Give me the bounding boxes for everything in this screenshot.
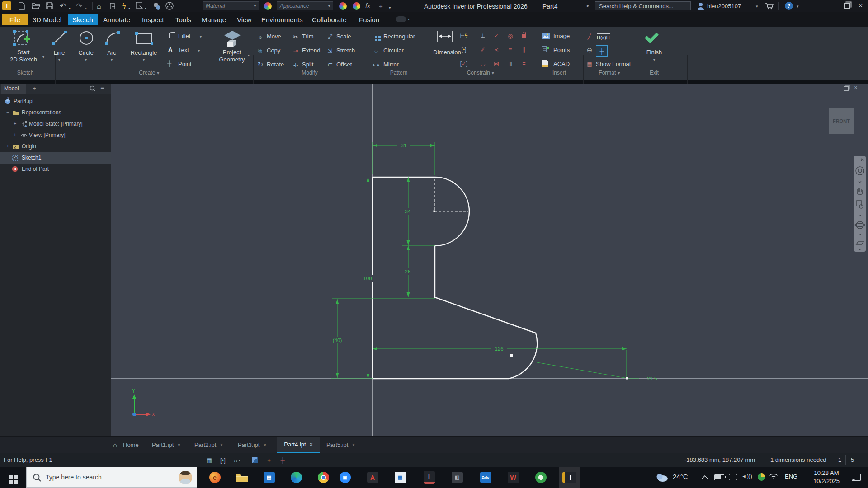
- weather-icon[interactable]: [655, 472, 668, 482]
- doc-tab-close-icon[interactable]: ×: [352, 442, 355, 448]
- material-icon[interactable]: [153, 2, 161, 10]
- chrome-icon[interactable]: [313, 467, 334, 488]
- username[interactable]: hieu2005107: [707, 3, 741, 9]
- doc-tab-part3[interactable]: Part3.ipt×: [238, 437, 266, 453]
- fillet-caret-icon[interactable]: ▾: [200, 35, 202, 39]
- dim-100[interactable]: 100: [363, 276, 372, 281]
- finish-caret-icon[interactable]: ▾: [653, 58, 655, 62]
- symmetric-constraint-icon[interactable]: ⋈: [491, 60, 502, 68]
- undo-caret-icon[interactable]: ▾: [69, 4, 71, 13]
- finish-sketch-icon[interactable]: [646, 33, 658, 40]
- fillet-tool-label[interactable]: Fillet: [178, 33, 190, 39]
- expand-icon[interactable]: +: [6, 143, 9, 149]
- dim-26[interactable]: 26: [405, 269, 411, 274]
- adjust-appearance-icon[interactable]: [339, 2, 347, 10]
- offset-button[interactable]: Offset: [336, 61, 352, 68]
- project-geometry-icon[interactable]: [221, 29, 242, 48]
- move-button[interactable]: Move: [267, 33, 281, 40]
- zalo-icon[interactable]: Zalo: [475, 467, 496, 488]
- tab-sketch[interactable]: Sketch: [68, 14, 98, 25]
- doc-tab-close-icon[interactable]: ×: [263, 442, 266, 448]
- copy-button[interactable]: Copy: [267, 47, 280, 54]
- dimension-display-icon[interactable]: ↔▾: [231, 456, 241, 464]
- parameters-fx-icon[interactable]: fx: [365, 2, 370, 10]
- tree-item-origin[interactable]: + Origin: [0, 141, 111, 152]
- parallel-constraint-icon[interactable]: ∕∕: [477, 46, 488, 54]
- arc-tool-label[interactable]: Arc: [107, 49, 116, 56]
- expand-icon[interactable]: +: [14, 121, 16, 126]
- concentric-constraint-icon[interactable]: ◎: [505, 32, 516, 40]
- firefox-icon[interactable]: c: [204, 467, 225, 488]
- rectangle-tool-icon[interactable]: [135, 32, 154, 45]
- taskbar-search-box[interactable]: Type here to search: [26, 467, 197, 488]
- edge-icon[interactable]: [286, 467, 307, 488]
- speaker-icon[interactable]: ◄))): [741, 473, 752, 479]
- word-w-icon[interactable]: W: [503, 467, 524, 488]
- automatic-dimension-icon[interactable]: ⊢ϟ: [458, 32, 469, 40]
- show-constraints-icon[interactable]: [•]: [458, 46, 469, 54]
- material-caret-icon[interactable]: ▾: [254, 4, 256, 8]
- circle-caret-icon[interactable]: ▾: [85, 58, 87, 62]
- text-caret-icon[interactable]: ▾: [198, 49, 200, 53]
- tree-item-representations[interactable]: − Representations: [0, 107, 111, 118]
- appearance-dropdown[interactable]: Appearance ▾: [277, 1, 333, 10]
- rotate-button[interactable]: Rotate: [267, 61, 284, 68]
- construction-icon[interactable]: ╱: [584, 32, 595, 40]
- start-button[interactable]: [0, 467, 21, 488]
- user-avatar-icon[interactable]: [697, 2, 704, 10]
- appearance-caret-icon[interactable]: ▾: [328, 4, 330, 8]
- snap-grid-icon[interactable]: ▦: [204, 456, 214, 464]
- tab-tools[interactable]: Tools: [175, 14, 191, 25]
- circular-pattern-button[interactable]: Circular: [383, 47, 404, 54]
- tab-fusion[interactable]: Fusion: [359, 14, 379, 25]
- finish-sketch-button[interactable]: Finish: [646, 49, 662, 56]
- rectangle-tool-label[interactable]: Rectangle: [131, 49, 157, 56]
- tab-view[interactable]: View: [237, 14, 251, 25]
- vertical-constraint-icon[interactable]: ∥: [519, 46, 529, 54]
- camera-device-icon[interactable]: [729, 474, 737, 480]
- driven-dimension-icon[interactable]: H(x)H: [597, 33, 610, 40]
- qat-customize-caret-icon[interactable]: ▾: [389, 4, 391, 12]
- show-format-button[interactable]: Show Format: [596, 61, 631, 67]
- window-restore-icon[interactable]: [844, 3, 850, 9]
- ribbon-display-icon[interactable]: [396, 16, 406, 22]
- panel-label-create[interactable]: Create ▾: [139, 70, 159, 76]
- panel-label-sketch[interactable]: Sketch: [17, 70, 34, 76]
- doc-tab-part1[interactable]: Part1.ipt×: [152, 437, 180, 453]
- degrees-of-freedom-icon[interactable]: +: [264, 456, 274, 464]
- circle-tool-icon[interactable]: [78, 30, 94, 46]
- store-cart-icon[interactable]: [765, 2, 774, 10]
- open-icon[interactable]: [32, 3, 40, 9]
- search-expand-icon[interactable]: ▸: [587, 3, 590, 9]
- browser-add-tab-icon[interactable]: +: [33, 85, 36, 92]
- redo-icon[interactable]: ↷: [76, 2, 82, 10]
- qat-plus-icon[interactable]: +: [379, 2, 383, 10]
- midpoint-constraint-icon[interactable]: [|]: [505, 60, 516, 68]
- appearance-ball-icon[interactable]: [165, 2, 174, 10]
- redo-caret-icon[interactable]: ▾: [85, 4, 87, 13]
- stretch-button[interactable]: Stretch: [336, 47, 355, 54]
- calendar-icon[interactable]: ▦: [390, 467, 410, 488]
- new-file-icon[interactable]: [18, 2, 25, 10]
- select-icon[interactable]: [136, 2, 144, 10]
- window-minimize-icon[interactable]: –: [828, 1, 832, 9]
- zoom-icon[interactable]: ▣: [335, 467, 355, 488]
- material-dropdown[interactable]: Material ▾: [203, 1, 259, 10]
- return-icon[interactable]: [109, 2, 117, 10]
- wifi-icon[interactable]: [769, 474, 778, 480]
- tab-3d-model[interactable]: 3D Model: [33, 14, 61, 25]
- browser-menu-icon[interactable]: ≡: [100, 84, 104, 92]
- text-tool-label[interactable]: Text: [178, 47, 189, 53]
- navigation-bar-icons[interactable]: [854, 156, 866, 252]
- start-2d-sketch-label1[interactable]: Start: [17, 49, 29, 56]
- acrobat-icon[interactable]: A: [362, 467, 383, 488]
- home-icon[interactable]: ⌂: [97, 2, 101, 10]
- panel-label-pattern[interactable]: Pattern: [390, 70, 408, 76]
- panel-label-format[interactable]: Format ▾: [599, 70, 620, 76]
- battery-icon[interactable]: [714, 474, 724, 480]
- tray-expand-icon[interactable]: [702, 475, 708, 479]
- tab-environments[interactable]: Environments: [261, 14, 303, 25]
- points-button[interactable]: Points: [553, 47, 570, 53]
- temperature[interactable]: 24°C: [673, 473, 688, 480]
- coccoc-icon[interactable]: [530, 467, 551, 488]
